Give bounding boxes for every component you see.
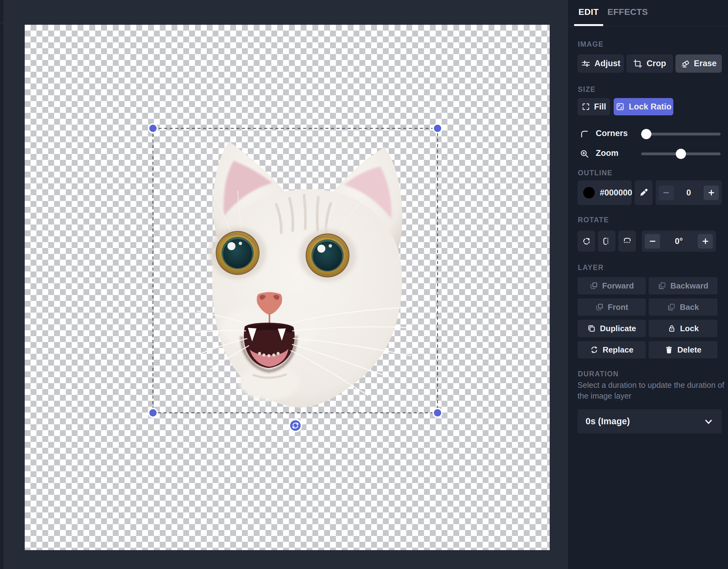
crop-icon — [633, 59, 642, 68]
layer-backward-label: Backward — [671, 281, 709, 291]
rotate-decrease-button[interactable] — [645, 234, 660, 248]
flip-vertical-button[interactable] — [618, 231, 636, 252]
lock-ratio-button[interactable]: Lock Ratio — [614, 98, 673, 115]
bring-forward-icon — [590, 281, 598, 290]
send-to-back-icon — [667, 303, 676, 312]
layer-section-title: LAYER — [578, 263, 604, 272]
rotate-cw-icon — [582, 236, 591, 246]
layer-duplicate-button[interactable]: Duplicate — [578, 320, 646, 337]
rotate-section-title: ROTATE — [578, 216, 609, 224]
rotate-angle-value: 0° — [660, 236, 698, 246]
bring-to-front-icon — [595, 303, 604, 312]
rotate-increase-button[interactable] — [698, 234, 713, 248]
layer-delete-button[interactable]: Delete — [649, 341, 717, 359]
zoom-row: Zoom — [578, 146, 722, 161]
layer-lock-button[interactable]: Lock — [649, 320, 717, 337]
tab-edit-label: EDIT — [578, 7, 599, 17]
outline-color-button[interactable]: #000000 — [578, 180, 632, 205]
left-edge-panel — [0, 0, 3, 569]
rounded-corner-icon — [580, 129, 589, 138]
plus-icon — [707, 189, 715, 197]
erase-button[interactable]: Erase — [675, 54, 722, 73]
layer-replace-label: Replace — [603, 345, 633, 355]
zoom-magnifier-icon — [580, 149, 589, 158]
fill-expand-icon — [582, 102, 590, 111]
replace-sync-icon — [590, 346, 599, 354]
tab-effects-label: EFFECTS — [607, 7, 648, 17]
adjust-button[interactable]: Adjust — [578, 54, 624, 73]
layer-front-button[interactable]: Front — [578, 299, 646, 316]
layer-replace-button[interactable]: Replace — [578, 341, 646, 359]
eraser-icon — [681, 59, 690, 68]
flip-vertical-icon — [623, 236, 632, 246]
app-root: EDIT EFFECTS IMAGE Adjust Crop — [0, 0, 728, 569]
layer-backward-button[interactable]: Backward — [649, 277, 717, 295]
plus-icon — [701, 237, 709, 245]
rotate-angle-stepper: 0° — [642, 231, 716, 252]
duplicate-icon — [587, 324, 596, 333]
zoom-slider[interactable] — [641, 152, 721, 155]
canvas-stage — [0, 0, 568, 569]
image-tools-row: Adjust Crop Erase — [578, 54, 722, 73]
erase-label: Erase — [694, 59, 717, 68]
outline-row: #000000 0 — [578, 180, 722, 205]
tab-effects[interactable]: EFFECTS — [603, 0, 652, 26]
size-section-title: SIZE — [578, 85, 596, 94]
adjust-sliders-icon — [581, 59, 590, 68]
layer-back-button[interactable]: Back — [649, 299, 717, 316]
trash-icon — [665, 346, 673, 354]
minus-icon — [649, 237, 657, 245]
tab-edit[interactable]: EDIT — [574, 0, 603, 26]
lock-icon — [667, 324, 676, 333]
outline-width-value: 0 — [674, 188, 704, 197]
duration-dropdown-value: 0s (Image) — [586, 416, 630, 427]
layer-back-label: Back — [680, 303, 699, 312]
corners-label: Corners — [596, 129, 628, 138]
eyedropper-button[interactable] — [635, 180, 653, 205]
zoom-slider-handle[interactable] — [676, 149, 686, 159]
fill-button[interactable]: Fill — [578, 98, 610, 115]
layer-buttons-grid: Forward Backward Front — [578, 277, 717, 359]
duration-description: Select a duration to update the duration… — [578, 380, 725, 401]
layer-front-label: Front — [608, 303, 628, 312]
layer-forward-button[interactable]: Forward — [578, 277, 646, 295]
minus-icon — [662, 189, 670, 197]
layer-duplicate-label: Duplicate — [600, 324, 636, 333]
duration-section-title: DURATION — [578, 370, 619, 378]
adjust-label: Adjust — [595, 59, 620, 68]
layer-delete-label: Delete — [677, 345, 701, 355]
layer-lock-label: Lock — [680, 324, 699, 333]
image-section-title: IMAGE — [578, 40, 603, 49]
corners-slider[interactable] — [641, 133, 721, 135]
chevron-down-icon — [704, 417, 713, 426]
zoom-label: Zoom — [596, 148, 619, 158]
layer-forward-label: Forward — [602, 281, 634, 291]
outline-width-increase-button[interactable] — [704, 185, 719, 200]
outline-section-title: OUTLINE — [578, 169, 612, 177]
eyedropper-icon — [639, 188, 648, 197]
outline-width-stepper: 0 — [656, 180, 722, 205]
size-buttons-row: Fill Lock Ratio — [578, 98, 673, 115]
canvas-checkerboard[interactable] — [25, 25, 550, 550]
send-backward-icon — [658, 281, 667, 290]
flip-horizontal-button[interactable] — [598, 231, 616, 252]
corners-row: Corners — [578, 127, 722, 141]
outline-color-hex: #000000 — [600, 188, 632, 197]
outline-color-swatch — [583, 186, 595, 199]
lock-ratio-icon — [616, 102, 625, 111]
sidebar-tabs: EDIT EFFECTS — [568, 0, 728, 27]
edit-sidebar: EDIT EFFECTS IMAGE Adjust Crop — [568, 0, 728, 569]
fill-label: Fill — [594, 102, 606, 112]
cat-image-layer[interactable] — [195, 138, 413, 409]
duration-dropdown[interactable]: 0s (Image) — [578, 409, 722, 434]
corners-slider-handle[interactable] — [641, 129, 651, 139]
rotate-90-button[interactable] — [578, 231, 595, 252]
crop-button[interactable]: Crop — [626, 54, 673, 73]
flip-horizontal-icon — [602, 236, 612, 246]
crop-label: Crop — [646, 59, 666, 68]
outline-width-decrease-button[interactable] — [659, 185, 674, 200]
lock-ratio-label: Lock Ratio — [629, 102, 671, 112]
rotate-row: 0° — [578, 231, 716, 252]
